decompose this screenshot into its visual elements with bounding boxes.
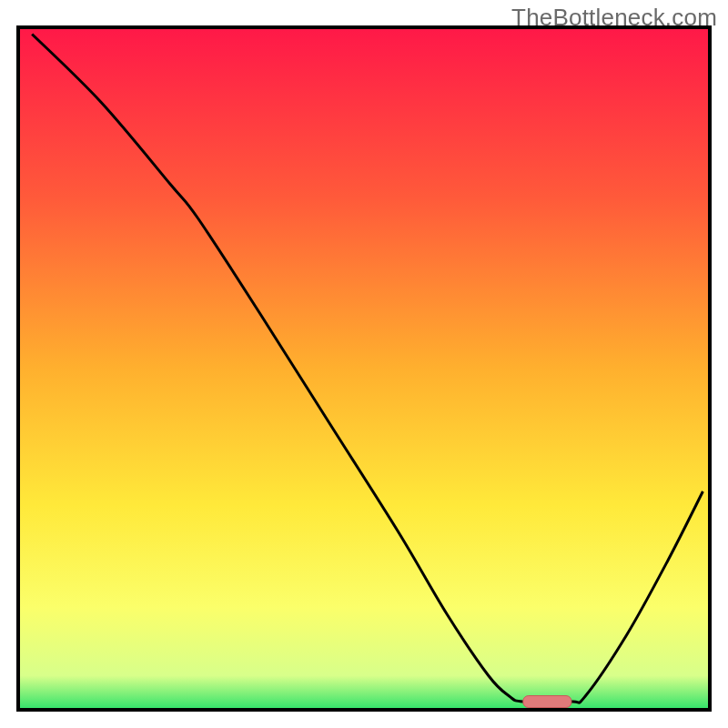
optimal-marker — [523, 696, 571, 708]
watermark-text: TheBottleneck.com — [511, 4, 717, 32]
bottleneck-chart — [0, 0, 728, 728]
gradient-background — [18, 27, 710, 710]
chart-container: TheBottleneck.com — [0, 0, 728, 728]
